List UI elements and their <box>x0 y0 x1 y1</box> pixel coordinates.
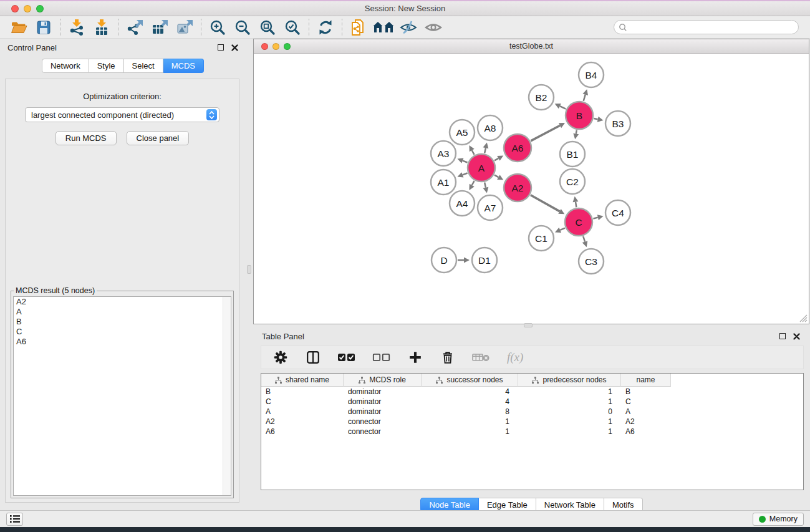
cell-name[interactable]: A <box>621 407 671 416</box>
graph-node-B[interactable]: B <box>566 102 593 129</box>
delete-table-button[interactable] <box>472 348 491 367</box>
select-all-button[interactable] <box>337 348 356 367</box>
graph-node-A7[interactable]: A7 <box>478 195 503 220</box>
graph-node-C[interactable]: C <box>565 208 592 236</box>
import-table-button[interactable] <box>89 17 114 37</box>
open-session-button[interactable] <box>6 17 31 37</box>
create-column-button[interactable] <box>407 348 423 367</box>
cell-MCDS-role[interactable]: connector <box>344 417 422 426</box>
result-item[interactable]: A <box>14 307 231 317</box>
cell-shared-name[interactable]: A6 <box>261 427 344 436</box>
graph-node-A[interactable]: A <box>468 154 495 181</box>
graph-edge-A-A7[interactable] <box>483 182 489 193</box>
column-header-predecessor-nodes[interactable]: predecessor nodes <box>518 374 621 387</box>
graph-node-C3[interactable]: C3 <box>579 249 604 274</box>
graph-node-B3[interactable]: B3 <box>605 111 630 136</box>
graph-node-B2[interactable]: B2 <box>529 85 554 110</box>
result-item[interactable]: A6 <box>14 337 231 347</box>
cell-successor-nodes[interactable]: 4 <box>422 397 518 406</box>
graph-edge-B-B4[interactable] <box>582 89 588 101</box>
cell-predecessor-nodes[interactable]: 1 <box>518 387 621 396</box>
tab-network[interactable]: Network <box>42 59 89 73</box>
cell-successor-nodes[interactable]: 4 <box>422 387 518 396</box>
cell-MCDS-role[interactable]: connector <box>344 427 422 436</box>
graph-edge-A2-C[interactable] <box>531 195 564 215</box>
column-header-MCDS-role[interactable]: MCDS role <box>344 374 422 387</box>
graph-node-D[interactable]: D <box>432 248 456 273</box>
export-table-button[interactable] <box>147 17 172 37</box>
refresh-button[interactable] <box>313 17 338 37</box>
cell-name[interactable]: C <box>621 397 671 406</box>
run-mcds-button[interactable]: Run MCDS <box>55 131 117 145</box>
criterion-select[interactable]: largest connected component (directed) <box>25 107 219 122</box>
result-item[interactable]: A2 <box>14 297 231 307</box>
horizontal-splitter-handle[interactable] <box>524 323 533 327</box>
result-item[interactable]: C <box>14 327 231 337</box>
task-history-button[interactable] <box>6 513 23 526</box>
graph-edge-A-A2[interactable] <box>494 175 503 180</box>
close-table-panel-icon[interactable] <box>793 333 800 340</box>
cell-shared-name[interactable]: A <box>261 407 344 416</box>
column-header-name[interactable]: name <box>621 374 671 387</box>
graph-node-A8[interactable]: A8 <box>478 115 503 140</box>
cell-name[interactable]: A6 <box>621 427 671 436</box>
cell-shared-name[interactable]: C <box>261 397 344 406</box>
first-neighbors-button[interactable] <box>371 17 396 37</box>
graph-edge-C-C2[interactable] <box>573 196 579 208</box>
function-builder-button[interactable]: f(x) <box>507 348 523 367</box>
graph-node-B4[interactable]: B4 <box>579 62 604 87</box>
vertical-splitter-handle[interactable] <box>247 265 251 274</box>
column-header-successor-nodes[interactable]: successor nodes <box>422 374 518 387</box>
cell-name[interactable]: A2 <box>621 417 671 426</box>
graph-node-A1[interactable]: A1 <box>431 170 456 195</box>
graph-node-A2[interactable]: A2 <box>504 174 531 201</box>
graph-node-A6[interactable]: A6 <box>504 134 531 162</box>
hide-selected-button[interactable] <box>396 17 421 37</box>
result-item[interactable]: B <box>14 317 231 327</box>
cell-successor-nodes[interactable]: 1 <box>422 427 518 436</box>
new-network-from-selection-button[interactable] <box>346 17 371 37</box>
delete-column-button[interactable] <box>440 348 456 367</box>
graph-edge-C-C1[interactable] <box>555 228 565 233</box>
graph-node-C4[interactable]: C4 <box>605 200 630 225</box>
cell-predecessor-nodes[interactable]: 1 <box>518 397 621 406</box>
unselect-all-button[interactable] <box>372 348 391 367</box>
table-row[interactable]: A2connector11A2 <box>261 417 803 427</box>
cell-MCDS-role[interactable]: dominator <box>344 397 422 406</box>
table-row[interactable]: A6connector11A6 <box>261 427 803 437</box>
zoom-fit-button[interactable] <box>255 17 280 37</box>
cell-predecessor-nodes[interactable]: 1 <box>518 417 621 426</box>
table-options-button[interactable] <box>272 348 289 367</box>
export-network-button[interactable] <box>122 17 147 37</box>
search-field[interactable] <box>614 20 799 34</box>
graph-edge-A-A3[interactable] <box>457 158 467 163</box>
close-panel-icon[interactable] <box>231 44 238 51</box>
export-image-button[interactable] <box>172 17 197 37</box>
save-session-button[interactable] <box>31 17 56 37</box>
cell-predecessor-nodes[interactable]: 1 <box>518 427 621 436</box>
zoom-in-button[interactable] <box>205 17 230 37</box>
graph-node-C1[interactable]: C1 <box>529 226 554 251</box>
graph-edge-D-D1[interactable] <box>458 258 470 263</box>
table-row[interactable]: Adominator80A <box>261 407 803 417</box>
search-input[interactable] <box>627 22 798 33</box>
graph-edge-A-A6[interactable] <box>494 156 503 161</box>
cell-predecessor-nodes[interactable]: 0 <box>518 407 621 416</box>
result-scrollbar[interactable] <box>223 297 231 495</box>
cell-MCDS-role[interactable]: dominator <box>344 387 422 396</box>
graph-edge-A-A8[interactable] <box>483 142 489 153</box>
resize-grip-icon[interactable] <box>799 314 808 322</box>
show-columns-button[interactable] <box>305 348 321 367</box>
float-panel-icon[interactable] <box>218 44 224 51</box>
cell-name[interactable]: B <box>621 387 671 396</box>
graph-edge-C-C3[interactable] <box>582 236 588 247</box>
graph-node-A3[interactable]: A3 <box>431 141 456 166</box>
graph-node-B1[interactable]: B1 <box>560 142 585 167</box>
graph-edge-A-A1[interactable] <box>457 172 467 177</box>
graph-node-C2[interactable]: C2 <box>560 169 585 194</box>
import-network-button[interactable] <box>64 17 89 37</box>
table-row[interactable]: Bdominator41B <box>261 387 803 397</box>
show-all-button[interactable] <box>421 17 446 37</box>
zoom-selected-button[interactable] <box>280 17 305 37</box>
graph-edge-A6-B[interactable] <box>531 123 565 141</box>
